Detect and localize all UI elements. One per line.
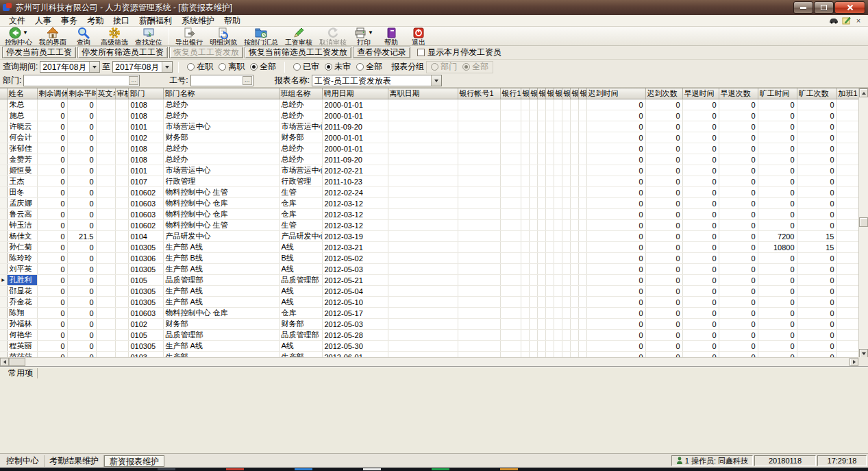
- column-header-lateN[interactable]: 迟到次数: [645, 88, 682, 99]
- row-indicator[interactable]: [0, 297, 7, 308]
- table-cell[interactable]: 品质管理部: [279, 275, 322, 286]
- table-cell[interactable]: 0: [682, 275, 719, 286]
- table-cell[interactable]: [562, 341, 570, 352]
- table-cell[interactable]: [521, 253, 529, 264]
- table-cell[interactable]: 0: [682, 297, 719, 308]
- table-cell[interactable]: [458, 198, 500, 209]
- table-cell[interactable]: 0101: [128, 165, 163, 176]
- table-cell[interactable]: [836, 341, 858, 352]
- table-cell[interactable]: [570, 220, 578, 231]
- table-cell[interactable]: 市场营运中心: [163, 121, 279, 132]
- row-indicator[interactable]: [0, 154, 7, 165]
- table-cell[interactable]: 何艳华: [7, 330, 37, 341]
- table-cell[interactable]: [554, 253, 562, 264]
- toolbar-button-gear[interactable]: 高级筛选: [97, 27, 132, 46]
- table-cell[interactable]: [96, 319, 115, 330]
- table-cell[interactable]: [529, 220, 537, 231]
- table-cell[interactable]: 行政管理: [163, 176, 279, 187]
- row-indicator[interactable]: [0, 242, 7, 253]
- table-cell[interactable]: [537, 330, 545, 341]
- column-header-group[interactable]: 班组名称: [279, 88, 322, 99]
- table-cell[interactable]: 010305: [128, 264, 163, 275]
- table-cell[interactable]: 2012-05-03: [322, 319, 388, 330]
- table-cell[interactable]: 0: [719, 297, 758, 308]
- table-cell[interactable]: 2011-09-20: [322, 121, 388, 132]
- table-cell[interactable]: [578, 242, 586, 253]
- table-cell[interactable]: 0: [37, 297, 67, 308]
- row-indicator[interactable]: [0, 308, 7, 319]
- chevron-down-icon[interactable]: [431, 75, 441, 86]
- table-cell[interactable]: 总经办: [163, 154, 279, 165]
- table-cell[interactable]: [388, 242, 458, 253]
- table-cell[interactable]: 总经办: [279, 154, 322, 165]
- table-cell[interactable]: [115, 341, 128, 352]
- table-cell[interactable]: 孔胜利: [7, 275, 37, 286]
- column-header-hire[interactable]: 聘用日期: [322, 88, 388, 99]
- table-cell[interactable]: 0: [37, 330, 67, 341]
- table-cell[interactable]: 0: [586, 176, 645, 187]
- restore-button[interactable]: [814, 1, 834, 14]
- table-cell[interactable]: 0: [37, 341, 67, 352]
- table-cell[interactable]: 010603: [128, 198, 163, 209]
- table-cell[interactable]: 2012-05-30: [322, 341, 388, 352]
- row-indicator[interactable]: [0, 121, 7, 132]
- table-cell[interactable]: 0: [797, 297, 836, 308]
- table-cell[interactable]: 0: [586, 231, 645, 242]
- chevron-down-icon[interactable]: [89, 62, 99, 72]
- table-cell[interactable]: [562, 231, 570, 242]
- table-cell[interactable]: [570, 330, 578, 341]
- table-cell[interactable]: 010602: [128, 220, 163, 231]
- table-cell[interactable]: [115, 165, 128, 176]
- table-cell[interactable]: 0: [67, 154, 96, 165]
- table-cell[interactable]: 0: [682, 264, 719, 275]
- table-cell[interactable]: [578, 165, 586, 176]
- radio-icon[interactable]: [356, 63, 364, 71]
- table-cell[interactable]: [458, 110, 500, 121]
- table-cell[interactable]: [458, 220, 500, 231]
- row-indicator[interactable]: [0, 132, 7, 143]
- table-cell[interactable]: 孟庆娜: [7, 198, 37, 209]
- table-cell[interactable]: 0102: [128, 319, 163, 330]
- table-cell[interactable]: 0: [645, 99, 682, 110]
- scroll-up-button[interactable]: [859, 88, 868, 97]
- table-cell[interactable]: 物料控制中心 仓库: [163, 198, 279, 209]
- table-cell[interactable]: [500, 319, 521, 330]
- table-cell[interactable]: [388, 341, 458, 352]
- table-cell[interactable]: [96, 176, 115, 187]
- table-cell[interactable]: 010603: [128, 209, 163, 220]
- table-cell[interactable]: [570, 165, 578, 176]
- table-cell[interactable]: 0: [719, 209, 758, 220]
- table-cell[interactable]: [529, 231, 537, 242]
- table-cell[interactable]: 0: [719, 275, 758, 286]
- table-cell[interactable]: [537, 209, 545, 220]
- checkbox-icon[interactable]: [417, 49, 425, 56]
- table-cell[interactable]: [458, 176, 500, 187]
- column-header-earlyT[interactable]: 早退时间: [682, 88, 719, 99]
- table-cell[interactable]: [115, 209, 128, 220]
- table-cell[interactable]: 0: [758, 165, 797, 176]
- table-cell[interactable]: [554, 308, 562, 319]
- table-cell[interactable]: [521, 330, 529, 341]
- table-cell[interactable]: 孙仁菊: [7, 242, 37, 253]
- table-cell[interactable]: [96, 264, 115, 275]
- table-cell[interactable]: [458, 275, 500, 286]
- column-header-b7[interactable]: 银: [570, 88, 578, 99]
- table-cell[interactable]: [96, 275, 115, 286]
- table-cell[interactable]: 生产部 A线: [163, 264, 279, 275]
- table-cell[interactable]: [458, 165, 500, 176]
- toolbar-button-locate[interactable]: 查找定位: [132, 27, 166, 46]
- table-cell[interactable]: [836, 253, 858, 264]
- table-cell[interactable]: [96, 187, 115, 198]
- table-cell[interactable]: [521, 110, 529, 121]
- table-cell[interactable]: [545, 198, 554, 209]
- show-stopped-checkbox[interactable]: 显示本月停发工资员: [417, 47, 501, 58]
- table-cell[interactable]: [521, 154, 529, 165]
- table-cell[interactable]: 0: [37, 132, 67, 143]
- table-cell[interactable]: 0: [719, 132, 758, 143]
- table-cell[interactable]: 0: [37, 242, 67, 253]
- open-view-tab-控制中心[interactable]: 控制中心: [1, 455, 45, 467]
- table-cell[interactable]: [500, 308, 521, 319]
- table-cell[interactable]: 0: [719, 165, 758, 176]
- table-cell[interactable]: 0: [682, 176, 719, 187]
- row-indicator[interactable]: [0, 231, 7, 242]
